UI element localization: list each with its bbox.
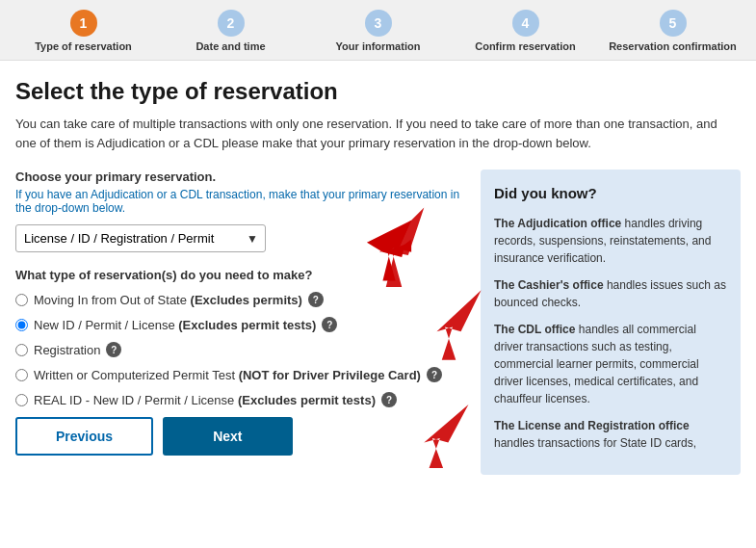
help-icon-3[interactable]: ?: [106, 342, 121, 357]
radio-item-5[interactable]: REAL ID - New ID / Permit / License (Exc…: [15, 392, 465, 407]
step-2-circle: 2: [218, 10, 245, 37]
primary-reservation-label: Choose your primary reservation.: [15, 170, 465, 184]
step-2-label: Date and time: [196, 40, 265, 52]
stepper: 1 Type of reservation 2 Date and time 3 …: [0, 0, 756, 61]
did-you-know-item-2: The Cashier's office handles issues such…: [494, 276, 727, 311]
help-icon-4[interactable]: ?: [427, 367, 442, 382]
next-button[interactable]: Next: [163, 417, 292, 456]
step-1-circle: 1: [70, 10, 97, 37]
previous-button[interactable]: Previous: [15, 417, 153, 456]
office-name-3: The CDL office: [494, 323, 575, 336]
right-column: Did you know? The Adjudication office ha…: [481, 170, 741, 475]
did-you-know-item-1: The Adjudication office handles driving …: [494, 215, 727, 267]
radio-item-4[interactable]: Written or Computerized Permit Test (NOT…: [15, 367, 465, 382]
step-5-label: Reservation confirmation: [609, 40, 737, 52]
step-1-label: Type of reservation: [35, 40, 132, 52]
office-name-1: The Adjudication office: [494, 217, 621, 230]
step-4-label: Confirm reservation: [475, 40, 576, 52]
left-column: Choose your primary reservation. If you …: [15, 170, 465, 475]
step-5-circle: 5: [660, 10, 687, 37]
primary-dropdown-wrapper[interactable]: License / ID / Registration / Permit Adj…: [15, 224, 266, 252]
radio-item-2[interactable]: New ID / Permit / License (Excludes perm…: [15, 317, 465, 332]
radio-label-1: Moving In from Out of State (Excludes pe…: [34, 293, 302, 307]
radio-label-4: Written or Computerized Permit Test (NOT…: [34, 368, 421, 382]
office-name-4: The License and Registration office: [494, 419, 690, 432]
primary-dropdown[interactable]: License / ID / Registration / Permit Adj…: [15, 224, 266, 252]
radio-input-1[interactable]: [15, 294, 28, 306]
radio-input-5[interactable]: [15, 394, 28, 406]
help-icon-5[interactable]: ?: [381, 392, 397, 407]
help-icon-2[interactable]: ?: [322, 317, 337, 332]
content-row: Choose your primary reservation. If you …: [15, 170, 741, 475]
radio-item-1[interactable]: Moving In from Out of State (Excludes pe…: [15, 292, 465, 307]
intro-text: You can take care of multiple transactio…: [15, 115, 741, 152]
footer-buttons: Previous Next: [15, 407, 465, 461]
step-1: 1 Type of reservation: [10, 10, 157, 52]
radio-item-3[interactable]: Registration ?: [15, 342, 465, 357]
radio-label-2: New ID / Permit / License (Excludes perm…: [34, 318, 316, 332]
step-4: 4 Confirm reservation: [452, 10, 599, 52]
did-you-know-item-3: The CDL office handles all commercial dr…: [494, 321, 727, 407]
step-5: 5 Reservation confirmation: [599, 10, 746, 52]
did-you-know-title: Did you know?: [494, 183, 727, 205]
radio-input-4[interactable]: [15, 369, 28, 381]
page-title: Select the type of reservation: [15, 78, 741, 105]
primary-reservation-sublabel: If you have an Adjudication or a CDL tra…: [15, 188, 465, 215]
reservation-type-label: What type of reservation(s) do you need …: [15, 268, 465, 282]
step-3-circle: 3: [365, 10, 392, 37]
step-3-label: Your information: [336, 40, 421, 52]
radio-label-3: Registration: [34, 343, 100, 357]
help-icon-1[interactable]: ?: [308, 292, 324, 307]
main-content: Select the type of reservation You can t…: [0, 61, 756, 484]
radio-input-2[interactable]: [15, 319, 28, 331]
step-4-circle: 4: [512, 10, 539, 37]
radio-input-3[interactable]: [15, 344, 28, 356]
step-3: 3 Your information: [304, 10, 452, 52]
did-you-know-item-4: The License and Registration office hand…: [494, 417, 727, 452]
step-2: 2 Date and time: [157, 10, 304, 52]
radio-group: Moving In from Out of State (Excludes pe…: [15, 292, 465, 407]
radio-label-5: REAL ID - New ID / Permit / License (Exc…: [34, 393, 376, 407]
office-desc-4: handles transactions for State ID cards,: [494, 436, 696, 450]
office-name-2: The Cashier's office: [494, 278, 604, 292]
